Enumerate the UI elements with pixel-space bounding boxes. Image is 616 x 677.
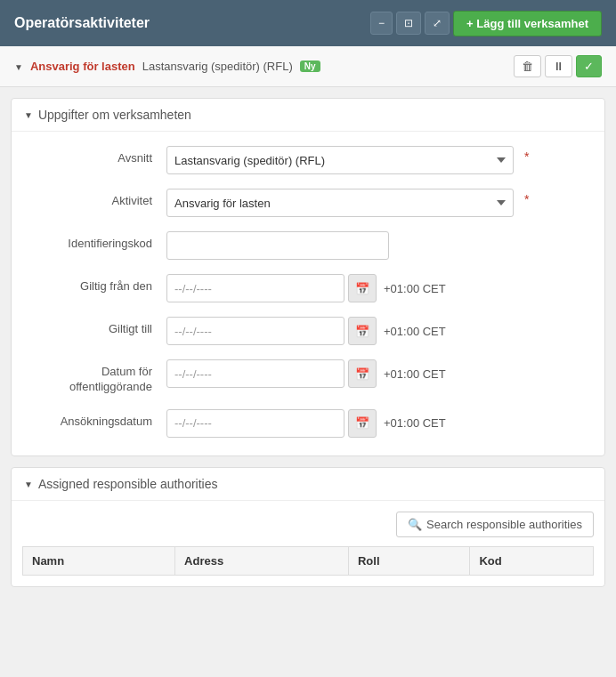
avsnitt-row: Avsnitt Lastansvarig (speditör) (RFL) * [24,146,592,174]
add-verksamhet-button[interactable]: + Lägg till verksamhet [453,11,602,36]
main-content: Uppgifter om verksamheten Avsnitt Lastan… [0,87,616,598]
search-responsible-button[interactable]: 🔍 Search responsible authorities [396,512,594,537]
search-icon: 🔍 [408,518,422,531]
card-chevron-icon[interactable] [24,109,33,121]
assigned-authorities-section: Assigned responsible authorities 🔍 Searc… [11,467,605,587]
assigned-title: Assigned responsible authorities [38,477,218,491]
ansokningsdatum-timezone: +01:00 CET [384,416,446,430]
assigned-header: Assigned responsible authorities [12,468,604,501]
identifieringskod-control [166,231,592,260]
col-kod: Kod [470,546,594,575]
aktivitet-select[interactable]: Ansvarig för lasten [166,189,514,217]
giltig-fran-label: Giltig från den [24,274,166,293]
verksamhet-card: Uppgifter om verksamheten Avsnitt Lastan… [11,98,605,456]
aktivitet-row: Aktivitet Ansvarig för lasten * [24,189,592,217]
table-head: Namn Adress Roll Kod [23,546,594,575]
calendar-icon: 📅 [355,416,369,430]
section-chevron-icon[interactable] [14,60,23,73]
avsnitt-control: Lastansvarig (speditör) (RFL) * [166,146,592,174]
section-bar: Ansvarig för lasten Lastansvarig (spedit… [0,46,616,87]
ansokningsdatum-input[interactable] [166,409,344,438]
assigned-body: 🔍 Search responsible authorities Namn Ad… [12,501,604,586]
check-icon: ✓ [584,60,594,73]
identifieringskod-row: Identifieringskod [24,231,592,260]
ansokningsdatum-row: Ansökningsdatum 📅 +01:00 CET [24,409,592,438]
delete-button[interactable]: 🗑 [514,55,541,77]
pause-icon: ⏸ [553,60,564,73]
card-title: Uppgifter om verksamheten [38,108,191,122]
calendar-icon: 📅 [355,282,369,295]
resize1-button[interactable]: ⊡ [396,12,421,35]
calendar-icon: 📅 [355,367,369,381]
datum-offentliggörande-control: 📅 +01:00 CET [166,359,592,388]
lastansvarig-label: Lastansvarig (speditör) (RFL) [142,60,293,73]
datum-offentliggörande-timezone: +01:00 CET [384,367,446,381]
app-title: Operatörsaktiviteter [14,15,150,31]
ansokningsdatum-calendar-button[interactable]: 📅 [348,409,377,438]
datum-offentliggörande-label: Datum föroffentliggörande [24,359,166,395]
ansokningsdatum-label: Ansökningsdatum [24,409,166,428]
app-header: Operatörsaktiviteter − ⊡ ⤢ + Lägg till v… [0,0,616,46]
datum-offentliggörande-input[interactable] [166,359,344,388]
giltigt-till-label: Giltigt till [24,317,166,335]
resize2-icon: ⤢ [433,17,442,29]
minus-icon: − [378,17,385,29]
section-title-row: Ansvarig för lasten Lastansvarig (spedit… [14,60,514,73]
ansokningsdatum-date-wrap: 📅 [166,409,377,438]
giltig-fran-input[interactable] [166,274,344,302]
section-buttons: 🗑 ⏸ ✓ [514,55,602,77]
new-badge: Ny [300,60,320,72]
avsnitt-select[interactable]: Lastansvarig (speditör) (RFL) [166,146,514,174]
resize2-button[interactable]: ⤢ [425,12,450,35]
datum-offentliggörande-date-wrap: 📅 [166,359,377,388]
col-roll: Roll [348,546,469,575]
verksamhet-card-header: Uppgifter om verksamheten [12,99,604,132]
pause-button[interactable]: ⏸ [545,55,572,77]
verksamhet-card-body: Avsnitt Lastansvarig (speditör) (RFL) * … [12,132,604,455]
giltigt-till-control: 📅 +01:00 CET [166,317,592,345]
ansvarig-label: Ansvarig för lasten [30,60,135,73]
giltig-fran-row: Giltig från den 📅 +01:00 CET [24,274,592,302]
ansokningsdatum-control: 📅 +01:00 CET [166,409,592,438]
avsnitt-required: * [524,146,529,164]
aktivitet-required: * [524,189,529,206]
datum-offentliggörande-calendar-button[interactable]: 📅 [348,359,377,388]
col-adress: Adress [175,546,349,575]
aktivitet-control: Ansvarig för lasten * [166,189,592,217]
col-namn: Namn [23,546,175,575]
giltig-fran-control: 📅 +01:00 CET [166,274,592,302]
trash-icon: 🗑 [522,60,533,73]
giltigt-till-timezone: +01:00 CET [384,325,446,338]
search-bar: 🔍 Search responsible authorities [22,512,594,537]
calendar-icon: 📅 [355,325,369,338]
header-actions: − ⊡ ⤢ + Lägg till verksamhet [370,11,602,36]
assigned-chevron-icon[interactable] [24,478,33,490]
search-button-label: Search responsible authorities [426,518,582,531]
giltig-fran-timezone: +01:00 CET [384,282,446,295]
identifieringskod-label: Identifieringskod [24,231,166,250]
giltigt-till-input[interactable] [166,317,344,345]
identifieringskod-input[interactable] [166,231,389,260]
resize1-icon: ⊡ [404,17,413,29]
datum-offentliggörande-row: Datum föroffentliggörande 📅 +01:00 CET [24,359,592,395]
giltig-fran-date-wrap: 📅 [166,274,377,302]
avsnitt-label: Avsnitt [24,146,166,165]
giltig-fran-calendar-button[interactable]: 📅 [348,274,377,302]
minimize-button[interactable]: − [370,12,393,35]
giltigt-till-calendar-button[interactable]: 📅 [348,317,377,345]
aktivitet-label: Aktivitet [24,189,166,207]
giltigt-till-date-wrap: 📅 [166,317,377,345]
table-header-row: Namn Adress Roll Kod [23,546,594,575]
authorities-table: Namn Adress Roll Kod [22,546,594,576]
giltigt-till-row: Giltigt till 📅 +01:00 CET [24,317,592,345]
confirm-button[interactable]: ✓ [576,55,602,77]
